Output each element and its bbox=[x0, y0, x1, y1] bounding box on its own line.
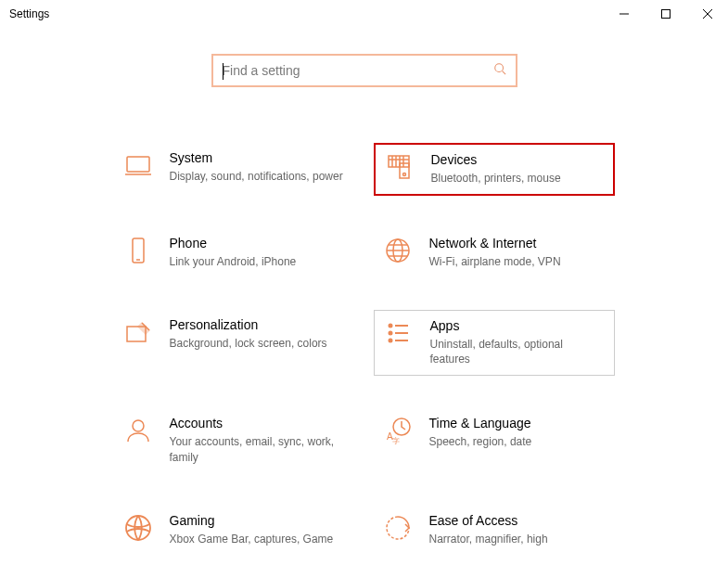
category-time-language[interactable]: A字 Time & Language Speech, region, date bbox=[374, 408, 615, 473]
category-title: System bbox=[170, 150, 346, 165]
category-accounts[interactable]: Accounts Your accounts, email, sync, wor… bbox=[114, 408, 355, 473]
category-personalization[interactable]: Personalization Background, lock screen,… bbox=[114, 310, 355, 377]
gaming-icon bbox=[123, 513, 153, 543]
category-text: Apps Uninstall, defaults, optional featu… bbox=[430, 318, 605, 368]
search-area bbox=[0, 54, 728, 87]
category-text: Time & Language Speech, region, date bbox=[429, 416, 606, 450]
category-text: Gaming Xbox Game Bar, captures, Game bbox=[170, 513, 346, 547]
category-title: Accounts bbox=[170, 416, 346, 430]
category-title: Apps bbox=[430, 318, 605, 333]
svg-line-5 bbox=[502, 71, 505, 75]
category-subtitle: Uninstall, defaults, optional features bbox=[430, 337, 605, 368]
search-icon bbox=[493, 62, 506, 79]
svg-point-24 bbox=[389, 324, 391, 327]
category-subtitle: Display, sound, notifications, power bbox=[170, 169, 346, 185]
category-text: Ease of Access Narrator, magnifier, high bbox=[429, 513, 606, 547]
category-text: Phone Link your Android, iPhone bbox=[170, 236, 346, 270]
category-text: Personalization Background, lock screen,… bbox=[170, 317, 346, 352]
search-input[interactable] bbox=[223, 63, 493, 78]
svg-rect-16 bbox=[133, 238, 144, 263]
category-title: Ease of Access bbox=[429, 513, 606, 528]
category-title: Gaming bbox=[170, 513, 346, 528]
category-title: Devices bbox=[431, 152, 604, 167]
category-subtitle: Bluetooth, printers, mouse bbox=[431, 171, 604, 186]
phone-icon bbox=[123, 236, 153, 265]
category-subtitle: Narrator, magnifier, high bbox=[429, 532, 606, 547]
apps-icon bbox=[384, 318, 414, 348]
time-language-icon: A字 bbox=[383, 416, 413, 445]
category-system[interactable]: System Display, sound, notifications, po… bbox=[114, 143, 355, 196]
titlebar-controls bbox=[603, 0, 728, 28]
category-apps[interactable]: Apps Uninstall, defaults, optional featu… bbox=[374, 310, 615, 377]
category-subtitle: Wi-Fi, airplane mode, VPN bbox=[429, 254, 606, 270]
svg-point-4 bbox=[494, 64, 503, 72]
personalization-icon bbox=[123, 317, 153, 347]
svg-point-26 bbox=[389, 331, 391, 334]
category-devices[interactable]: Devices Bluetooth, printers, mouse bbox=[374, 143, 615, 196]
category-title: Personalization bbox=[170, 317, 346, 332]
ease-of-access-icon bbox=[383, 513, 413, 543]
text-caret bbox=[223, 63, 224, 80]
system-icon bbox=[123, 150, 153, 180]
category-gaming[interactable]: Gaming Xbox Game Bar, captures, Game bbox=[114, 506, 355, 555]
category-text: System Display, sound, notifications, po… bbox=[170, 150, 346, 185]
category-network[interactable]: Network & Internet Wi-Fi, airplane mode,… bbox=[374, 228, 615, 277]
maximize-button[interactable] bbox=[645, 0, 686, 28]
category-subtitle: Speech, region, date bbox=[429, 434, 606, 450]
svg-point-15 bbox=[402, 173, 405, 176]
categories-grid: System Display, sound, notifications, po… bbox=[114, 143, 615, 555]
devices-icon bbox=[385, 152, 415, 182]
svg-point-30 bbox=[133, 420, 144, 431]
svg-rect-6 bbox=[127, 157, 149, 172]
category-text: Network & Internet Wi-Fi, airplane mode,… bbox=[429, 236, 606, 270]
minimize-button[interactable] bbox=[603, 0, 645, 28]
accounts-icon bbox=[123, 416, 153, 445]
category-subtitle: Link your Android, iPhone bbox=[170, 254, 346, 270]
category-ease-of-access[interactable]: Ease of Access Narrator, magnifier, high bbox=[374, 506, 615, 555]
window-title: Settings bbox=[9, 7, 49, 20]
category-text: Accounts Your accounts, email, sync, wor… bbox=[170, 416, 346, 466]
svg-text:字: 字 bbox=[392, 437, 400, 445]
svg-point-28 bbox=[389, 339, 391, 341]
svg-point-34 bbox=[126, 516, 150, 540]
category-subtitle: Your accounts, email, sync, work, family bbox=[170, 434, 346, 466]
titlebar: Settings bbox=[0, 0, 728, 28]
category-title: Network & Internet bbox=[429, 236, 606, 250]
category-title: Phone bbox=[170, 236, 346, 250]
svg-rect-1 bbox=[661, 10, 670, 19]
close-button[interactable] bbox=[686, 0, 728, 28]
category-phone[interactable]: Phone Link your Android, iPhone bbox=[114, 228, 355, 277]
category-subtitle: Background, lock screen, colors bbox=[170, 336, 346, 352]
search-box[interactable] bbox=[211, 54, 517, 87]
network-icon bbox=[383, 236, 413, 265]
category-title: Time & Language bbox=[429, 416, 606, 430]
category-subtitle: Xbox Game Bar, captures, Game bbox=[170, 532, 346, 547]
category-text: Devices Bluetooth, printers, mouse bbox=[431, 152, 604, 186]
